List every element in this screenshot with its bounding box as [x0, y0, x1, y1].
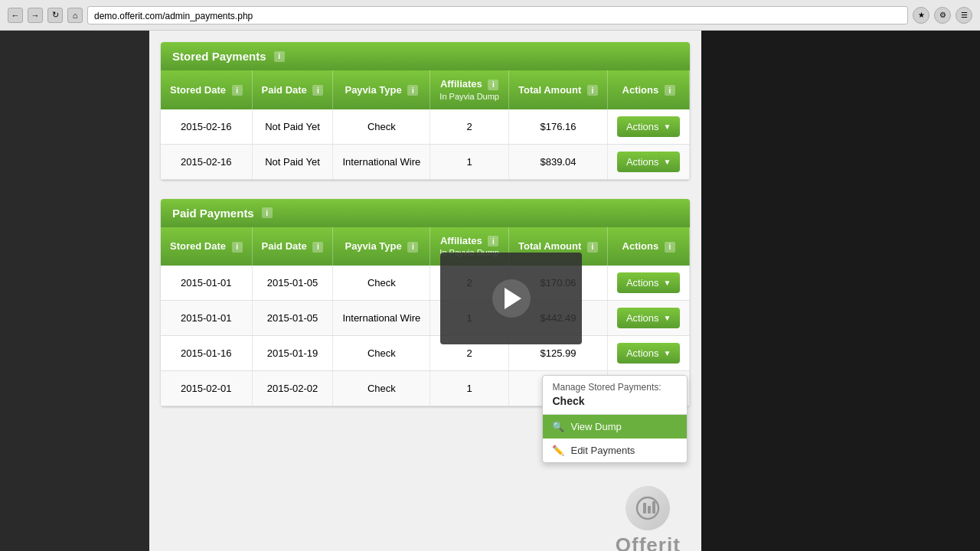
paid-actions-button-1[interactable]: Actions ▼	[617, 308, 681, 328]
paid-affiliates-cell: 1	[430, 371, 509, 406]
forward-button[interactable]: →	[28, 8, 43, 23]
home-button[interactable]: ⌂	[67, 8, 83, 23]
paid-actions-cell: Actions ▼	[607, 336, 690, 371]
svg-rect-2	[648, 506, 651, 514]
dropdown-menu-title: Manage Stored Payments: Check	[543, 376, 687, 415]
menu-icon[interactable]: ☰	[956, 7, 972, 24]
total-amount-cell: $839.04	[508, 144, 607, 179]
paid-date-cell: Not Paid Yet	[252, 109, 333, 145]
main-content: Stored Payments i Stored Date i Paid Dat…	[149, 31, 701, 551]
dropdown-title-text: Manage Stored Payments:	[552, 382, 661, 393]
paid-paid-date-cell: 2015-01-19	[252, 336, 333, 371]
dropdown-arrow-icon: ▼	[664, 122, 671, 131]
col-stored-date: Stored Date i	[161, 70, 252, 109]
dropdown-edit-payments-item[interactable]: ✏️ Edit Payments	[543, 439, 687, 462]
actions-button-0[interactable]: Actions ▼	[617, 116, 681, 137]
table-row: 2015-01-01 2015-01-05 Check 2 $170.06 Ac…	[161, 266, 690, 301]
paid-col-actions: Actions i	[607, 227, 690, 266]
col-actions: Actions i	[607, 70, 690, 109]
paid-payvia-type-cell: Check	[333, 371, 430, 406]
stored-payments-title: Stored Payments	[172, 50, 266, 63]
paid-paid-date-cell: 2015-02-02	[252, 371, 333, 406]
stored-payments-info-icon[interactable]: i	[274, 51, 285, 62]
paid-dropdown-arrow-icon: ▼	[664, 349, 671, 357]
affiliates-cell: 2	[430, 109, 509, 145]
payvia-type-cell: International Wire	[333, 144, 430, 179]
total-amount-info-icon[interactable]: i	[587, 85, 598, 96]
table-row: 2015-01-01 2015-01-05 International Wire…	[161, 301, 690, 336]
stored-payments-section: Stored Payments i Stored Date i Paid Dat…	[161, 42, 690, 180]
video-overlay[interactable]	[440, 253, 582, 344]
affiliates-info-icon[interactable]: i	[488, 80, 498, 90]
paid-payments-header-row: Stored Date i Paid Date i Payvia Type i …	[161, 227, 690, 266]
total-amount-cell: $176.16	[508, 109, 607, 145]
paid-paid-date-cell: 2015-01-05	[252, 266, 333, 301]
stored-date-cell: 2015-02-16	[161, 109, 252, 145]
paid-col-paid-date: Paid Date i	[252, 227, 333, 266]
view-dump-icon: 🔍	[552, 421, 564, 432]
edit-payments-label: Edit Payments	[570, 445, 635, 456]
paid-payvia-type-cell: Check	[333, 266, 430, 301]
paid-date-info-icon[interactable]: i	[312, 85, 323, 96]
dropdown-arrow-icon: ▼	[664, 158, 671, 166]
paid-actions-info-icon[interactable]: i	[665, 242, 675, 253]
back-button[interactable]: ←	[8, 8, 23, 23]
stored-payments-tbody: 2015-02-16 Not Paid Yet Check 2 $176.16 …	[161, 109, 690, 180]
actions-cell: Actions ▼	[607, 109, 690, 145]
stored-payments-header-row: Stored Date i Paid Date i Payvia Type i …	[161, 70, 690, 109]
paid-stored-date-cell: 2015-01-01	[161, 301, 252, 336]
browser-toolbar: ← → ↻ ⌂ demo.offerit.com/admin_payments.…	[0, 0, 980, 31]
col-affiliates: Affiliates iIn Payvia Dump	[430, 70, 509, 109]
payvia-type-info-icon[interactable]: i	[407, 85, 418, 96]
paid-total-amount-info-icon[interactable]: i	[587, 242, 598, 253]
paid-dropdown-arrow-icon: ▼	[664, 279, 671, 287]
table-row: 2015-02-16 Not Paid Yet International Wi…	[161, 144, 690, 179]
svg-rect-1	[643, 503, 646, 514]
paid-payvia-type-info-icon[interactable]: i	[407, 242, 418, 253]
paid-stored-date-cell: 2015-01-01	[161, 266, 252, 301]
paid-actions-cell: Actions ▼	[607, 266, 690, 301]
paid-stored-date-cell: 2015-02-01	[161, 371, 252, 406]
refresh-button[interactable]: ↻	[47, 8, 63, 23]
col-paid-date: Paid Date i	[252, 70, 333, 109]
paid-payvia-type-cell: Check	[333, 336, 430, 371]
paid-payments-info-icon[interactable]: i	[262, 207, 273, 218]
paid-date-cell: Not Paid Yet	[252, 144, 333, 179]
dropdown-view-dump-item[interactable]: 🔍 View Dump	[543, 415, 687, 439]
actions-button-1[interactable]: Actions ▼	[617, 152, 681, 172]
logo-text: Offerit	[609, 533, 686, 551]
svg-rect-3	[652, 501, 655, 514]
extensions-icon[interactable]: ⚙	[934, 7, 951, 24]
table-row: 2015-01-16 2015-01-19 Check 2 $125.99 Ac…	[161, 336, 690, 371]
table-row: 2015-02-16 Not Paid Yet Check 2 $176.16 …	[161, 109, 690, 145]
stored-payments-header: Stored Payments i	[161, 42, 690, 70]
actions-info-icon[interactable]: i	[665, 85, 675, 96]
paid-actions-button-0[interactable]: Actions ▼	[617, 272, 681, 293]
actions-cell: Actions ▼	[607, 144, 690, 179]
stored-date-info-icon[interactable]: i	[232, 85, 243, 96]
view-dump-label: View Dump	[570, 421, 621, 432]
paid-stored-date-info-icon[interactable]: i	[232, 242, 243, 253]
paid-payments-title: Paid Payments	[172, 207, 254, 220]
logo-area: Offerit Attribution Simplified	[609, 486, 686, 551]
col-payvia-type: Payvia Type i	[333, 70, 430, 109]
paid-actions-cell: Actions ▼	[607, 301, 690, 336]
stored-date-cell: 2015-02-16	[161, 144, 252, 179]
paid-col-payvia-type: Payvia Type i	[333, 227, 430, 266]
paid-stored-date-cell: 2015-01-16	[161, 336, 252, 371]
bookmark-icon[interactable]: ★	[913, 7, 929, 24]
payvia-type-cell: Check	[333, 109, 430, 145]
paid-payments-header: Paid Payments i	[161, 199, 690, 227]
paid-dropdown-arrow-icon: ▼	[664, 314, 671, 322]
url-bar[interactable]: demo.offerit.com/admin_payments.php	[87, 6, 908, 24]
edit-payments-icon: ✏️	[552, 445, 564, 456]
play-button[interactable]	[492, 279, 531, 318]
paid-affiliates-info-icon[interactable]: i	[488, 236, 498, 246]
paid-actions-button-2[interactable]: Actions ▼	[617, 343, 681, 364]
play-triangle-icon	[505, 288, 521, 309]
stored-payments-table: Stored Date i Paid Date i Payvia Type i …	[161, 70, 690, 180]
paid-paid-date-info-icon[interactable]: i	[312, 242, 323, 253]
col-total-amount: Total Amount i	[508, 70, 607, 109]
paid-paid-date-cell: 2015-01-05	[252, 301, 333, 336]
sidebar	[0, 31, 149, 551]
